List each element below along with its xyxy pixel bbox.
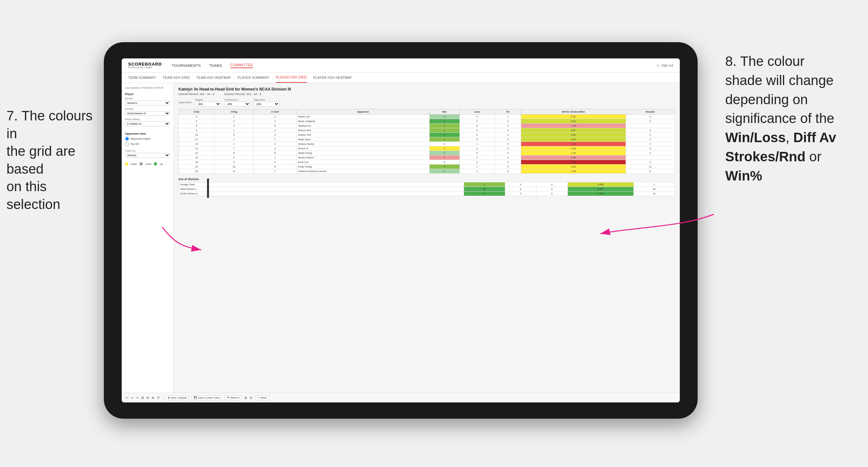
timestamp: Last Updated: 27/03/2024 16:55:38 — [125, 86, 170, 89]
out-of-division-title: Out of division — [179, 178, 675, 181]
subnav-player-h2h-heatmap[interactable]: PLAYER H2H HEATMAP — [313, 73, 352, 83]
colour-by-section: Colour by Win/loss — [125, 149, 170, 160]
opponent-select[interactable]: (All) — [253, 101, 279, 106]
cell-rounds: 9 — [626, 146, 675, 151]
cell-opponent: Euna Lee — [297, 160, 429, 164]
logo-container: SCOREBOARD Powered by clippd — [128, 62, 162, 69]
nav-committee[interactable]: COMMITTEE — [230, 63, 253, 68]
cell-loss: 0 — [460, 119, 495, 124]
sign-out[interactable]: Sign out — [661, 64, 673, 67]
ood-cell-tie: 0 — [536, 191, 567, 196]
ood-cell-diff: 9.267 — [567, 187, 633, 191]
gender-select[interactable]: Women's — [125, 101, 170, 105]
cell-opponent: Eunice Yi — [297, 146, 429, 151]
nav-teams[interactable]: TEAMS — [209, 64, 222, 67]
table-row: 5 2 2 Alexis Sudjianto 1 0 0 4.00 3 — [179, 119, 675, 124]
subnav-team-summary[interactable]: TEAM SUMMARY — [128, 73, 156, 83]
clock-icon[interactable]: ⏱ — [157, 396, 160, 400]
main-table: # Div # Reg # Conf Opponent Win Loss Tie… — [179, 109, 675, 174]
subnav-player-h2h-grid[interactable]: PLAYER H2H GRID — [276, 73, 307, 83]
cell-conf: 2 — [253, 160, 296, 164]
table-row: 10 6 3 Andrea York 2 0 0 4.00 4 — [179, 133, 675, 137]
opponent-filter: Opponent (All) — [253, 98, 279, 106]
cell-opponent: Stella Cheng — [297, 151, 429, 155]
cell-reg: 2 — [215, 119, 254, 124]
separator-1 — [162, 395, 163, 401]
layout-icon[interactable]: ⊞ — [244, 396, 247, 400]
ood-cell-diff: 4.500 — [567, 182, 633, 187]
subnav-player-summary[interactable]: PLAYER SUMMARY — [238, 73, 269, 83]
cell-opponent: Sydney Kuo — [297, 124, 429, 128]
cell-rounds: 3 — [626, 119, 675, 124]
tablet-frame: SCOREBOARD Powered by clippd TOURNAMENTS… — [104, 42, 698, 418]
cell-conf: 1 — [253, 137, 296, 142]
ood-cell-win: 1 — [464, 182, 505, 187]
player-section-label: Player — [125, 93, 170, 96]
undo-icon[interactable]: ↩ — [126, 396, 128, 400]
ood-cell-loss: 0 — [505, 191, 536, 196]
paste-icon[interactable]: ⊟ — [146, 396, 149, 400]
redo-icon[interactable]: ↪ — [131, 396, 133, 400]
cell-conf: 3 — [253, 124, 296, 128]
cell-rounds: 3 — [626, 128, 675, 133]
save-custom-view-button[interactable]: 💾 Save Custom View — [191, 395, 222, 400]
cell-loss: 0 — [460, 151, 495, 155]
table-row: 16 2 1 Jessica Mason 1 2 0 -0.94 — [179, 155, 675, 160]
cell-div: 10 — [179, 133, 215, 137]
grid-records: Overall Record: 353 - 34 - 6 Division Re… — [179, 93, 675, 96]
share-button[interactable]: ↗ Share — [255, 395, 269, 400]
radio-opponents-played[interactable]: Opponents Played — [125, 136, 170, 141]
grid-icon[interactable]: ⊟ — [250, 396, 252, 400]
cell-diff: 1.33 — [521, 169, 626, 174]
cell-opponent: Heejo Hyun — [297, 137, 429, 142]
table-row: 18 2 2 Euna Lee 0 1 0 -5.00 2 — [179, 160, 675, 164]
subnav-team-h2h-grid[interactable]: TEAM H2H GRID — [162, 73, 190, 83]
ood-cell-rounds: 2 — [633, 182, 675, 187]
cell-conf: 4 — [253, 146, 296, 151]
region-select[interactable]: (All) — [195, 101, 221, 106]
cell-reg: 6 — [215, 133, 254, 137]
ood-cell-tie: 0 — [536, 187, 567, 191]
conference-select[interactable]: (All) — [224, 101, 250, 106]
cell-diff: 4.00 — [521, 133, 626, 137]
cell-opponent: Jessica Mason — [297, 155, 429, 160]
cell-win: 1 — [429, 124, 460, 128]
cell-opponent: Andrea York — [297, 133, 429, 137]
division-select[interactable]: NCAA Division III — [125, 111, 170, 116]
col-win: Win — [429, 110, 460, 115]
legend-down-label: Down — [131, 163, 137, 165]
ood-table-row: Foreign Team 1 0 0 4.500 2 — [179, 182, 675, 187]
cell-tie: 1 — [495, 115, 521, 119]
copy-icon[interactable]: ⊞ — [141, 396, 144, 400]
cell-rounds: 4 — [626, 115, 675, 119]
grid-title: Katelyn Vo Head-to-Head Grid for Women's… — [179, 87, 675, 92]
cell-div: 20 — [179, 169, 215, 174]
cell-win: 1 — [429, 151, 460, 155]
nav-tournaments[interactable]: TOURNAMENTS — [172, 64, 201, 67]
watch-button[interactable]: 👁 Watch ▾ — [224, 395, 242, 400]
cell-reg: 10 — [215, 164, 254, 169]
player-rank-label: Player (Rank) — [125, 118, 170, 121]
ood-cell-opponent: NAIA Division 1 — [179, 187, 464, 191]
player-rank-select[interactable]: 8. Katelyn Vo — [125, 121, 170, 126]
radio-top100[interactable]: Top 100 — [125, 142, 170, 146]
cell-conf: 5 — [253, 151, 296, 155]
cell-diff: 3.67 — [521, 128, 626, 133]
cell-rounds: 3 — [626, 137, 675, 142]
table-row: 6 3 3 Sydney Kuo 1 0 0 -1.00 — [179, 124, 675, 128]
view-original-button[interactable]: ⊞ View: Original — [165, 395, 189, 400]
ood-cell-opponent: NCAA Division 2 — [179, 191, 464, 196]
cell-tie: 0 — [495, 142, 521, 146]
cell-diff: -5.00 — [521, 160, 626, 164]
cell-rounds: 2 — [626, 160, 675, 164]
ood-cell-win: 15 — [464, 187, 505, 191]
subnav-team-h2h-heatmap[interactable]: TEAM H2H HEATMAP — [196, 73, 231, 83]
colour-by-select[interactable]: Win/loss — [125, 153, 170, 158]
cell-opponent: Esther Lee — [297, 115, 429, 119]
cell-loss: 0 — [460, 128, 495, 133]
link-icon[interactable]: ⊕ — [152, 396, 154, 400]
redo2-icon[interactable]: ↪ — [136, 396, 138, 400]
cell-tie: 0 — [495, 164, 521, 169]
cell-win: 2 — [429, 169, 460, 174]
table-row: 20 11 7 Federica Domecq Lacroze 2 1 0 1.… — [179, 169, 675, 174]
